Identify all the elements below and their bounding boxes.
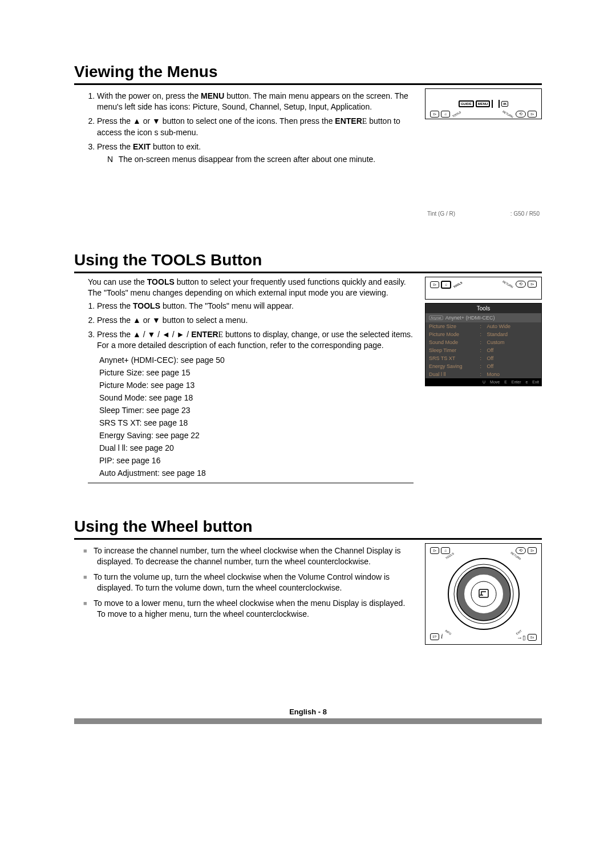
small-icon: ≡• [528, 281, 537, 288]
small-icon: ≡• [528, 111, 537, 118]
bullet: To increase the channel number, turn the… [97, 545, 414, 567]
tools-row: Sound Mode:Custom [425, 338, 541, 346]
bullet: To turn the volume up, turn the wheel cl… [97, 572, 414, 593]
tools-row: SRS TS XT:Off [425, 354, 541, 362]
small-icon: ≡• [430, 547, 439, 554]
menu-button-icon: MENU [476, 100, 491, 107]
ref-item: Picture Mode: see page 13 [99, 379, 414, 391]
return-label: RETURN [502, 110, 514, 119]
small-icon: ≡• [528, 547, 537, 554]
tools-panel-highlight: Anynet Anynet+ (HDMI-CEC) [425, 313, 541, 322]
tools-row: Sleep Timer:Off [425, 346, 541, 354]
power-icon [492, 100, 500, 108]
ref-item: Sleep Timer: see page 23 [99, 405, 414, 417]
step: Press the ▲ or ▼ button to select one of… [97, 116, 414, 138]
section3-figure: ≡• ♫ TOOLS ⟲ ≡• RETURN ≡? i INFO [425, 543, 542, 645]
tools-refs: Anynet+ (HDMI-CEC): see page 50 Picture … [99, 354, 414, 479]
tools-row: Energy Saving:Off [425, 362, 541, 370]
step: Press the TOOLS button. The "Tools" menu… [97, 301, 414, 312]
svg-rect-5 [479, 589, 488, 597]
section-tools-button: Using the TOOLS Button You can use the T… [74, 251, 542, 483]
info-icon: i [441, 632, 443, 641]
ref-item: Auto Adjustment: see page 18 [99, 467, 414, 479]
section2-figure: ≡• ♫ TOOLS RETURN ⟲ ≡• Tools Anynet Anyn… [425, 277, 542, 483]
section2-body: You can use the TOOLS button to select y… [74, 277, 414, 483]
bullet: To move to a lower menu, turn the wheel … [97, 598, 414, 620]
return-label: RETURN [502, 280, 514, 289]
ref-item: Sound Mode: see page 18 [99, 392, 414, 404]
step: Press the EXIT button to exit. N The on-… [97, 142, 414, 165]
return-icon: ⟲ [516, 547, 526, 554]
step: Press the ▲ / ▼ / ◄ / ► / ENTERE buttons… [97, 329, 414, 351]
tools-label: TOOLS [453, 281, 463, 289]
music-icon: ♫ [441, 281, 451, 289]
page: Viewing the Menus With the power on, pre… [0, 0, 616, 758]
section-title: Using the TOOLS Button [74, 251, 542, 273]
tint-caption: Tint (G / R) : G50 / R50 [425, 211, 542, 217]
tools-row: Picture Size:Auto Wide [425, 322, 541, 330]
section-wheel-button: Using the Wheel button To increase the c… [74, 518, 542, 645]
tools-label: TOOLS [452, 110, 462, 118]
ref-item: Anynet+ (HDMI-CEC): see page 50 [99, 354, 414, 366]
svg-point-3 [461, 571, 506, 617]
ref-item: Picture Size: see page 15 [99, 367, 414, 379]
tools-row: Dual l ll:Mono [425, 370, 541, 378]
remote-wheel-diagram: ≡• ♫ TOOLS ⟲ ≡• RETURN ≡? i INFO [425, 543, 542, 645]
small-icon: ≡? [430, 633, 439, 640]
guide-button-icon: GUIDE [459, 100, 474, 107]
svg-point-4 [471, 581, 496, 607]
music-icon: ♫ [441, 111, 450, 118]
section3-body: To increase the channel number, turn the… [74, 543, 414, 645]
anynet-tag: Anynet [429, 316, 443, 320]
section-title: Viewing the Menus [74, 63, 542, 85]
tools-menu-panel: Tools Anynet Anynet+ (HDMI-CEC) Picture … [425, 303, 542, 386]
footer-rule [74, 718, 542, 724]
tools-panel-title: Tools [425, 304, 541, 313]
return-icon: ⟲ [516, 111, 526, 118]
section1-figure: GUIDE MENU IK ≡• ♫ TOOLS RETURN ⟲ ≡• [425, 88, 542, 217]
tools-panel-footer: U Move E Enter e Exit [425, 378, 541, 386]
return-icon: ⟲ [516, 281, 526, 288]
ref-item: PIP: see page 16 [99, 455, 414, 467]
remote-diagram: GUIDE MENU IK ≡• ♫ TOOLS RETURN ⟲ ≡• [425, 88, 542, 119]
exit-arrow-icon: →▯ [517, 634, 526, 641]
tools-row: Picture Mode:Standard [425, 330, 541, 338]
ref-item: Dual l ll: see page 20 [99, 442, 414, 454]
section1-body: With the power on, press the MENU button… [74, 88, 414, 217]
small-icon: ≡x [528, 634, 537, 641]
remote-diagram: ≡• ♫ TOOLS RETURN ⟲ ≡• [425, 277, 542, 300]
music-icon: ♫ [441, 547, 450, 554]
small-icon: ≡• [430, 111, 439, 118]
small-icon: ≡• [430, 281, 439, 288]
step: With the power on, press the MENU button… [97, 91, 414, 112]
note: N The on-screen menus disappear from the… [107, 154, 414, 165]
page-footer: English - 8 [74, 708, 542, 716]
step: Press the ▲ or ▼ button to select a menu… [97, 315, 414, 326]
section-title: Using the Wheel button [74, 518, 542, 540]
section-viewing-menus: Viewing the Menus With the power on, pre… [74, 63, 542, 217]
ref-item: SRS TS XT: see page 18 [99, 417, 414, 429]
wheel-icon [432, 549, 535, 638]
ref-item: Energy Saving: see page 22 [99, 430, 414, 442]
ik-button-icon: IK [501, 101, 508, 107]
